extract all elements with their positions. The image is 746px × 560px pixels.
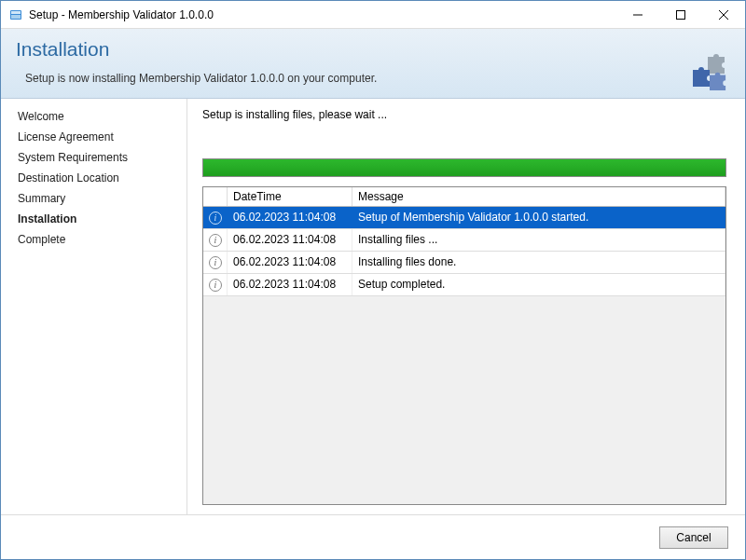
info-icon: i — [203, 274, 228, 295]
sidebar-item-complete[interactable]: Complete — [1, 229, 186, 250]
page-title: Installation — [16, 38, 730, 61]
cancel-button[interactable]: Cancel — [659, 526, 728, 549]
log-row[interactable]: i 06.02.2023 11:04:08 Installing files d… — [203, 252, 725, 274]
svg-rect-2 — [11, 15, 21, 19]
sidebar-item-installation[interactable]: Installation — [1, 209, 186, 229]
sidebar: Welcome License Agreement System Require… — [1, 99, 187, 514]
sidebar-item-system-requirements[interactable]: System Requirements — [1, 147, 186, 168]
info-icon: i — [203, 207, 228, 228]
log-empty-area — [203, 296, 725, 504]
log-cell-message: Setup of Membership Validator 1.0.0.0 st… — [352, 207, 725, 228]
body: Welcome License Agreement System Require… — [1, 99, 745, 514]
minimize-button[interactable] — [616, 1, 659, 29]
close-button[interactable] — [702, 1, 745, 29]
header: Installation Setup is now installing Mem… — [1, 29, 745, 99]
app-icon — [8, 7, 23, 22]
log-table: DateTime Message i 06.02.2023 11:04:08 S… — [202, 186, 726, 505]
sidebar-item-license[interactable]: License Agreement — [1, 127, 186, 147]
log-row[interactable]: i 06.02.2023 11:04:08 Setup completed. — [203, 274, 725, 296]
log-rows: i 06.02.2023 11:04:08 Setup of Membershi… — [203, 207, 725, 296]
log-cell-message: Setup completed. — [352, 274, 725, 295]
log-row[interactable]: i 06.02.2023 11:04:08 Installing files .… — [203, 229, 725, 252]
log-col-datetime: DateTime — [228, 187, 352, 206]
sidebar-item-destination-location[interactable]: Destination Location — [1, 168, 186, 188]
sidebar-item-welcome[interactable]: Welcome — [1, 106, 186, 127]
close-icon — [719, 10, 728, 20]
status-text: Setup is installing files, please wait .… — [202, 108, 726, 121]
content: Setup is installing files, please wait .… — [187, 99, 745, 514]
log-cell-datetime: 06.02.2023 11:04:08 — [228, 229, 352, 251]
log-cell-datetime: 06.02.2023 11:04:08 — [228, 207, 352, 228]
info-icon: i — [203, 252, 228, 273]
log-cell-datetime: 06.02.2023 11:04:08 — [228, 252, 352, 273]
progress-bar — [202, 158, 726, 177]
log-cell-message: Installing files ... — [352, 229, 725, 251]
sidebar-item-summary[interactable]: Summary — [1, 188, 186, 209]
log-col-icon — [203, 187, 228, 206]
footer: Cancel — [1, 514, 745, 559]
log-header: DateTime Message — [203, 187, 725, 207]
log-row[interactable]: i 06.02.2023 11:04:08 Setup of Membershi… — [203, 207, 725, 229]
info-icon: i — [203, 229, 228, 251]
maximize-icon — [676, 10, 685, 20]
log-cell-datetime: 06.02.2023 11:04:08 — [228, 274, 352, 295]
log-col-message: Message — [352, 187, 725, 206]
page-subtitle: Setup is now installing Membership Valid… — [25, 72, 730, 85]
minimize-icon — [633, 10, 642, 20]
svg-rect-1 — [11, 11, 21, 14]
setup-window: Setup - Membership Validator 1.0.0.0 Ins… — [0, 0, 746, 560]
log-cell-message: Installing files done. — [352, 252, 725, 273]
puzzle-icon — [687, 46, 732, 90]
svg-rect-4 — [677, 10, 685, 19]
window-title: Setup - Membership Validator 1.0.0.0 — [29, 8, 214, 21]
titlebar: Setup - Membership Validator 1.0.0.0 — [1, 1, 745, 29]
maximize-button[interactable] — [659, 1, 702, 29]
